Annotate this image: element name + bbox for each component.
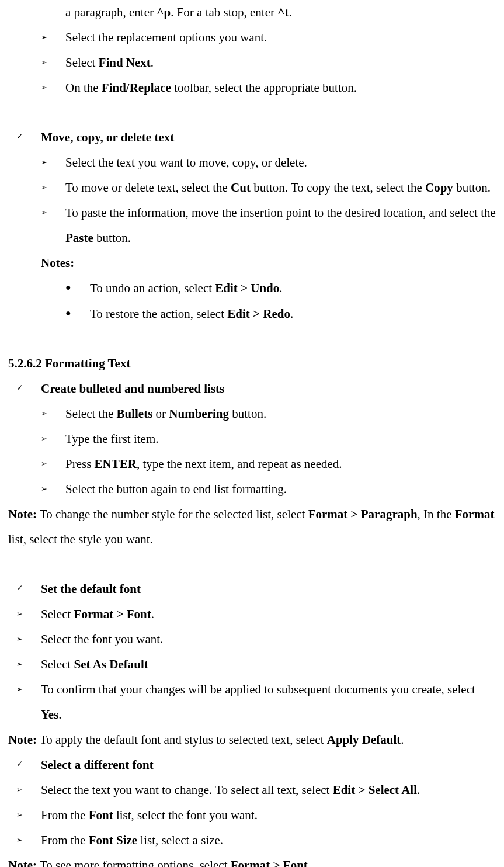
list-item: ➢ Select the button again to end list fo… [41,477,496,502]
list-item: ● To restore the action, select Edit > R… [65,301,496,327]
chevron-icon: ➢ [16,778,41,803]
chevron-icon: ➢ [16,652,41,677]
fragment-line: a paragraph, enter ^p. For a tab stop, e… [65,0,496,25]
chevron-icon: ➢ [41,175,65,200]
list-item: ➢ Select the Bullets or Numbering button… [41,401,496,426]
note-line: Note: To apply the default font and styl… [8,727,496,752]
list-item: ➢ From the Font Size list, select a size… [16,828,496,853]
list-item: ➢ On the Find/Replace toolbar, select th… [41,75,496,100]
chevron-icon: ➢ [41,452,65,477]
section-heading: ✓ Create bulleted and numbered lists [16,376,496,401]
list-item: ➢ Select the text you want to change. To… [16,778,496,803]
chevron-icon: ➢ [41,150,65,175]
list-item: ➢ Select the text you want to move, copy… [41,150,496,175]
chevron-icon: ➢ [16,828,41,853]
chevron-icon: ➢ [16,602,41,627]
bullet-icon: ● [65,276,90,301]
chevron-icon: ➢ [41,50,65,75]
section-number-heading: 5.2.6.2 Formatting Text [8,351,496,376]
chevron-icon: ➢ [41,75,65,100]
list-item: ➢ To confirm that your changes will be a… [16,677,496,727]
list-item: ➢ Select the replacement options you wan… [41,25,496,50]
list-item: ➢ Type the first item. [41,426,496,452]
chevron-icon: ➢ [16,627,41,652]
chevron-icon: ➢ [41,426,65,452]
chevron-icon: ➢ [41,25,65,50]
chevron-icon: ➢ [41,401,65,426]
notes-label: Notes: [41,251,496,276]
section-heading: ✓ Select a different font [16,752,496,778]
list-item: ➢ Select Format > Font. [16,602,496,627]
section-heading: ✓ Move, copy, or delete text [16,125,496,150]
list-item: ➢ Select Set As Default [16,652,496,677]
check-icon: ✓ [16,125,41,150]
bullet-icon: ● [65,301,90,327]
note-line: Note: To change the number style for the… [8,502,496,552]
chevron-icon: ➢ [41,200,65,251]
list-item: ➢ To move or delete text, select the Cut… [41,175,496,200]
check-icon: ✓ [16,752,41,778]
check-icon: ✓ [16,376,41,401]
list-item: ● To undo an action, select Edit > Undo. [65,276,496,301]
document-page: a paragraph, enter ^p. For a tab stop, e… [8,0,496,867]
section-heading: ✓ Set the default font [16,577,496,602]
list-item: ➢ Press ENTER, type the next item, and r… [41,452,496,477]
list-item: ➢ From the Font list, select the font yo… [16,803,496,828]
check-icon: ✓ [16,577,41,602]
list-item: ➢ Select Find Next. [41,50,496,75]
chevron-icon: ➢ [16,677,41,727]
list-item: ➢ Select the font you want. [16,627,496,652]
list-item: ➢ To paste the information, move the ins… [41,200,496,251]
note-line: Note: To see more formatting options, se… [8,853,496,867]
chevron-icon: ➢ [16,803,41,828]
chevron-icon: ➢ [41,477,65,502]
